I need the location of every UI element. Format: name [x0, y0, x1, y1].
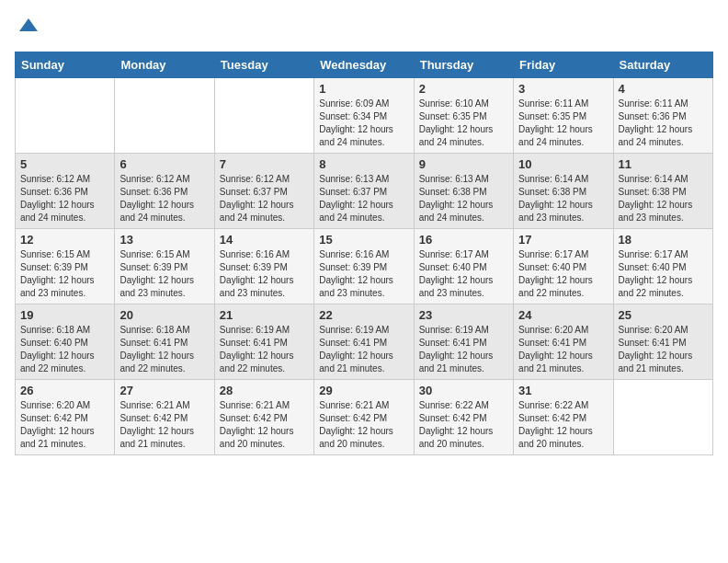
calendar-cell: 12Sunrise: 6:15 AM Sunset: 6:39 PM Dayli… [16, 229, 115, 304]
calendar-table: SundayMondayTuesdayWednesdayThursdayFrid… [15, 52, 713, 455]
calendar-cell: 25Sunrise: 6:20 AM Sunset: 6:41 PM Dayli… [613, 304, 712, 380]
day-info: Sunrise: 6:12 AM Sunset: 6:36 PM Dayligh… [119, 173, 209, 224]
day-number: 27 [119, 384, 209, 397]
calendar-cell: 6Sunrise: 6:12 AM Sunset: 6:36 PM Daylig… [115, 154, 214, 229]
day-number: 1 [319, 82, 408, 96]
day-info: Sunrise: 6:09 AM Sunset: 6:34 PM Dayligh… [319, 98, 408, 149]
calendar-cell [115, 78, 214, 154]
calendar-cell: 23Sunrise: 6:19 AM Sunset: 6:41 PM Dayli… [414, 304, 513, 380]
day-number: 6 [119, 157, 209, 171]
day-info: Sunrise: 6:20 AM Sunset: 6:41 PM Dayligh… [518, 324, 608, 375]
calendar-cell: 21Sunrise: 6:19 AM Sunset: 6:41 PM Dayli… [214, 304, 313, 380]
weekday-header-thursday: Thursday [414, 52, 513, 78]
day-number: 23 [419, 308, 508, 322]
calendar-cell: 30Sunrise: 6:22 AM Sunset: 6:42 PM Dayli… [414, 380, 513, 455]
day-info: Sunrise: 6:17 AM Sunset: 6:40 PM Dayligh… [518, 248, 608, 300]
calendar-cell: 16Sunrise: 6:17 AM Sunset: 6:40 PM Dayli… [414, 229, 513, 304]
calendar-cell: 14Sunrise: 6:16 AM Sunset: 6:39 PM Dayli… [214, 229, 313, 304]
calendar-cell: 8Sunrise: 6:13 AM Sunset: 6:37 PM Daylig… [314, 154, 414, 229]
weekday-header-tuesday: Tuesday [214, 52, 313, 78]
day-info: Sunrise: 6:15 AM Sunset: 6:39 PM Dayligh… [119, 248, 209, 300]
day-info: Sunrise: 6:21 AM Sunset: 6:42 PM Dayligh… [220, 399, 309, 451]
day-info: Sunrise: 6:19 AM Sunset: 6:41 PM Dayligh… [419, 324, 508, 375]
day-number: 17 [518, 233, 608, 247]
calendar-cell: 11Sunrise: 6:14 AM Sunset: 6:38 PM Dayli… [613, 154, 712, 229]
day-number: 25 [619, 308, 708, 322]
calendar-cell: 9Sunrise: 6:13 AM Sunset: 6:38 PM Daylig… [414, 154, 513, 229]
day-number: 13 [119, 233, 209, 247]
day-number: 21 [220, 308, 309, 322]
calendar-cell: 2Sunrise: 6:10 AM Sunset: 6:35 PM Daylig… [414, 78, 513, 154]
calendar-week-row: 12Sunrise: 6:15 AM Sunset: 6:39 PM Dayli… [16, 229, 713, 304]
day-number: 19 [20, 308, 109, 322]
day-info: Sunrise: 6:14 AM Sunset: 6:38 PM Dayligh… [619, 173, 708, 224]
weekday-header-saturday: Saturday [613, 52, 712, 78]
day-number: 30 [419, 384, 508, 397]
weekday-header-monday: Monday [115, 52, 214, 78]
calendar-cell [214, 78, 313, 154]
day-info: Sunrise: 6:19 AM Sunset: 6:41 PM Dayligh… [220, 324, 309, 375]
day-info: Sunrise: 6:16 AM Sunset: 6:39 PM Dayligh… [319, 248, 408, 300]
calendar-cell: 27Sunrise: 6:21 AM Sunset: 6:42 PM Dayli… [115, 380, 214, 455]
day-number: 4 [619, 82, 708, 96]
day-info: Sunrise: 6:21 AM Sunset: 6:42 PM Dayligh… [119, 399, 209, 451]
calendar-week-row: 26Sunrise: 6:20 AM Sunset: 6:42 PM Dayli… [16, 380, 713, 455]
day-number: 31 [518, 384, 608, 397]
day-info: Sunrise: 6:17 AM Sunset: 6:40 PM Dayligh… [619, 248, 708, 300]
calendar-week-row: 1Sunrise: 6:09 AM Sunset: 6:34 PM Daylig… [16, 78, 713, 154]
day-info: Sunrise: 6:15 AM Sunset: 6:39 PM Dayligh… [20, 248, 109, 300]
day-info: Sunrise: 6:12 AM Sunset: 6:37 PM Dayligh… [220, 173, 309, 224]
calendar-cell: 17Sunrise: 6:17 AM Sunset: 6:40 PM Dayli… [514, 229, 613, 304]
calendar-cell: 29Sunrise: 6:21 AM Sunset: 6:42 PM Dayli… [314, 380, 414, 455]
day-number: 12 [20, 233, 109, 247]
calendar-cell: 7Sunrise: 6:12 AM Sunset: 6:37 PM Daylig… [214, 154, 313, 229]
day-info: Sunrise: 6:13 AM Sunset: 6:38 PM Dayligh… [419, 173, 508, 224]
calendar-week-row: 5Sunrise: 6:12 AM Sunset: 6:36 PM Daylig… [16, 154, 713, 229]
day-number: 11 [619, 157, 708, 171]
logo [15, 15, 42, 40]
weekday-header-wednesday: Wednesday [314, 52, 414, 78]
day-number: 20 [119, 308, 209, 322]
calendar-cell: 31Sunrise: 6:22 AM Sunset: 6:42 PM Dayli… [514, 380, 613, 455]
day-info: Sunrise: 6:18 AM Sunset: 6:40 PM Dayligh… [20, 324, 109, 375]
day-info: Sunrise: 6:10 AM Sunset: 6:35 PM Dayligh… [419, 98, 508, 149]
day-number: 5 [20, 157, 109, 171]
day-number: 14 [220, 233, 309, 247]
calendar-cell: 19Sunrise: 6:18 AM Sunset: 6:40 PM Dayli… [16, 304, 115, 380]
day-number: 28 [220, 384, 309, 397]
calendar-cell [16, 78, 115, 154]
day-number: 29 [319, 384, 408, 397]
day-number: 22 [319, 308, 408, 322]
day-info: Sunrise: 6:12 AM Sunset: 6:36 PM Dayligh… [20, 173, 109, 224]
day-number: 15 [319, 233, 408, 247]
calendar-cell: 4Sunrise: 6:11 AM Sunset: 6:36 PM Daylig… [613, 78, 712, 154]
calendar-cell: 26Sunrise: 6:20 AM Sunset: 6:42 PM Dayli… [16, 380, 115, 455]
day-number: 10 [518, 157, 608, 171]
calendar-cell: 24Sunrise: 6:20 AM Sunset: 6:41 PM Dayli… [514, 304, 613, 380]
day-info: Sunrise: 6:22 AM Sunset: 6:42 PM Dayligh… [419, 399, 508, 451]
calendar-cell: 18Sunrise: 6:17 AM Sunset: 6:40 PM Dayli… [613, 229, 712, 304]
day-info: Sunrise: 6:21 AM Sunset: 6:42 PM Dayligh… [319, 399, 408, 451]
day-info: Sunrise: 6:14 AM Sunset: 6:38 PM Dayligh… [518, 173, 608, 224]
weekday-header-row: SundayMondayTuesdayWednesdayThursdayFrid… [16, 52, 713, 78]
day-number: 18 [619, 233, 708, 247]
calendar-cell: 10Sunrise: 6:14 AM Sunset: 6:38 PM Dayli… [514, 154, 613, 229]
calendar-cell [613, 380, 712, 455]
day-number: 8 [319, 157, 408, 171]
calendar-cell: 15Sunrise: 6:16 AM Sunset: 6:39 PM Dayli… [314, 229, 414, 304]
day-info: Sunrise: 6:13 AM Sunset: 6:37 PM Dayligh… [319, 173, 408, 224]
page-header [15, 15, 713, 40]
day-info: Sunrise: 6:22 AM Sunset: 6:42 PM Dayligh… [518, 399, 608, 451]
day-info: Sunrise: 6:18 AM Sunset: 6:41 PM Dayligh… [119, 324, 209, 375]
day-number: 16 [419, 233, 508, 247]
day-info: Sunrise: 6:20 AM Sunset: 6:42 PM Dayligh… [20, 399, 109, 451]
day-number: 24 [518, 308, 608, 322]
weekday-header-friday: Friday [514, 52, 613, 78]
day-info: Sunrise: 6:20 AM Sunset: 6:41 PM Dayligh… [619, 324, 708, 375]
calendar-cell: 1Sunrise: 6:09 AM Sunset: 6:34 PM Daylig… [314, 78, 414, 154]
calendar-cell: 3Sunrise: 6:11 AM Sunset: 6:35 PM Daylig… [514, 78, 613, 154]
day-number: 2 [419, 82, 508, 96]
day-info: Sunrise: 6:19 AM Sunset: 6:41 PM Dayligh… [319, 324, 408, 375]
calendar-cell: 13Sunrise: 6:15 AM Sunset: 6:39 PM Dayli… [115, 229, 214, 304]
calendar-cell: 20Sunrise: 6:18 AM Sunset: 6:41 PM Dayli… [115, 304, 214, 380]
